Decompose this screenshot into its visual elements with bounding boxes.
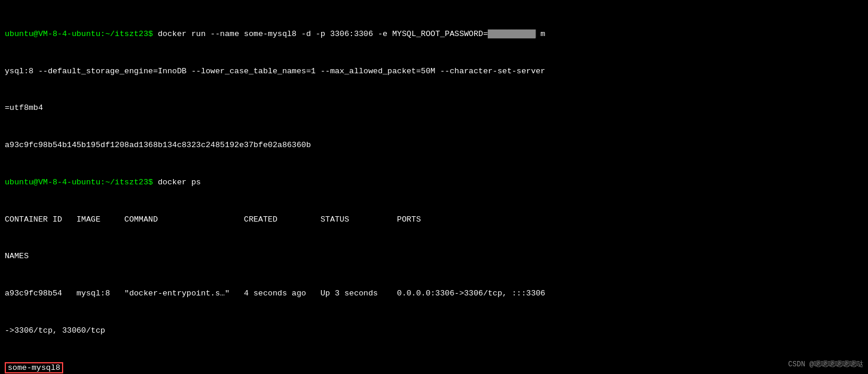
- line-row1-cont: ->3306/tcp, 33060/tcp: [5, 325, 863, 337]
- mysql-container-name: some-mysql8: [5, 362, 63, 373]
- line-docker-ps: ubuntu@VM-8-4-ubuntu:~/itszt23$ docker p…: [5, 177, 863, 189]
- hash-output: a93c9fc98b54b145b195df1208ad1368b134c832…: [5, 141, 311, 149]
- csdn-watermark: CSDN @嗯嗯嗯嗯嗯嗯哒: [788, 359, 863, 370]
- header-names: NAMES: [5, 252, 29, 261]
- row1-ports: ->3306/tcp, 33060/tcp: [5, 326, 105, 335]
- line-header-names: NAMES: [5, 251, 863, 263]
- cmd-1-cont: ysql:8 --default_storage_engine=InnoDB -…: [5, 67, 545, 76]
- cmd-2: docker ps: [153, 178, 201, 187]
- line-hash: a93c9fc98b54b145b195df1208ad1368b134c832…: [5, 139, 863, 152]
- terminal: ubuntu@VM-8-4-ubuntu:~/itszt23$ docker r…: [5, 4, 863, 374]
- cmd-1-cont2: =utf8mb4: [5, 103, 43, 112]
- line-docker-run-cont: ysql:8 --default_storage_engine=InnoDB -…: [5, 66, 863, 78]
- cmd-1: docker run --name some-mysql8 -d -p 3306…: [153, 30, 545, 38]
- line-header: CONTAINER ID IMAGE COMMAND CREATED STATU…: [5, 214, 863, 226]
- prompt-2: ubuntu@VM-8-4-ubuntu:~/itszt23$: [5, 178, 153, 187]
- line-row1-name: some-mysql8: [5, 362, 863, 374]
- row1-data: a93c9fc98b54 mysql:8 "docker-entrypoint.…: [5, 289, 545, 298]
- line-docker-run: ubuntu@VM-8-4-ubuntu:~/itszt23$ docker r…: [5, 28, 863, 41]
- header-text: CONTAINER ID IMAGE COMMAND CREATED STATU…: [5, 215, 761, 224]
- line-docker-run-cont2: =utf8mb4: [5, 102, 863, 115]
- prompt-1: ubuntu@VM-8-4-ubuntu:~/itszt23$: [5, 30, 153, 38]
- line-row1: a93c9fc98b54 mysql:8 "docker-entrypoint.…: [5, 288, 863, 300]
